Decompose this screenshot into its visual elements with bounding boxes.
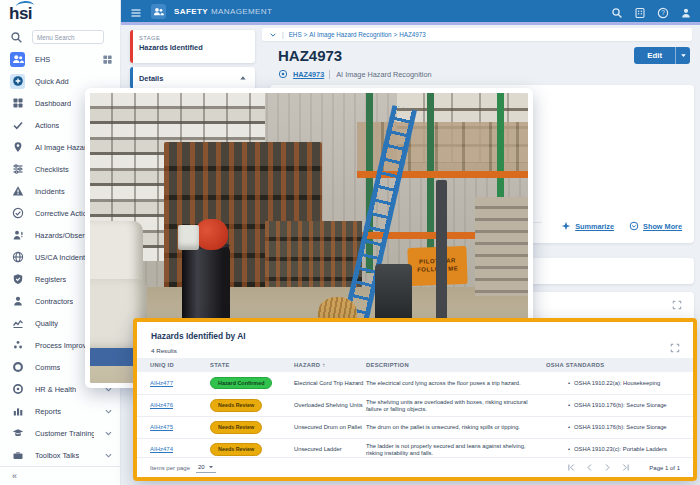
uniq-id-link[interactable]: AIHz475 [150,424,173,430]
state-badge: Hazard Confirmed [210,377,272,389]
uniq-id-link[interactable]: AIHz476 [150,402,173,408]
sidebar-item-label: Checklists [35,165,69,174]
app-title: SAFETYMANAGEMENT [174,7,272,16]
page-indicator: Page 1 of 1 [649,465,680,471]
person-icon [10,294,25,309]
items-per-page-label: Items per page [150,465,190,471]
state-badge: Needs Review [210,421,262,433]
breadcrumb-link[interactable]: EHS [289,31,302,38]
sidebar-collapse-button[interactable]: « [0,466,120,485]
sidebar-item-reports[interactable]: Reports [0,400,120,422]
sidebar-item-label: Dashboard [35,99,71,108]
nav-toggle-icon[interactable] [130,5,142,17]
sidebar-item-label: EHS [35,55,50,64]
description-cell: The electrical cord lying across the flo… [366,380,546,387]
chevron-down-icon [104,429,113,438]
sidebar-item-label: Reports [35,407,61,416]
osha-cell: OSHA 1910.176(b): Secure Storage [546,424,693,431]
table-row: AIHz476Needs ReviewOverloaded Shelving U… [137,394,693,416]
next-page-icon[interactable] [603,463,612,472]
apps-icon[interactable] [634,5,646,17]
edit-button[interactable]: Edit [634,47,675,64]
items-per-page-select[interactable]: 20 [196,463,216,473]
last-page-icon[interactable] [621,463,630,472]
caret-down-icon [208,464,214,470]
dots-icon [10,338,25,353]
expand-icon[interactable] [672,300,682,310]
photo-pipe [436,180,447,331]
column-header[interactable]: UNIQ ID [150,362,210,368]
help-icon[interactable]: ? [657,5,669,17]
search-icon[interactable] [611,5,623,17]
ai-sparkle-icon [561,221,571,231]
sidebar-item-label: HR & Health [35,385,76,394]
panel-title: Hazards Identified by AI [137,322,693,341]
expand-icon[interactable] [670,343,680,353]
checklist-icon [10,162,25,177]
hazard-cell: Unsecured Ladder [294,446,366,453]
table-row: AIHz475Needs ReviewUnsecured Drum on Pal… [137,416,693,438]
breadcrumb: | EHS>AI Image Hazard Recognition>HAZ497… [262,28,692,41]
sidebar-item-customer-training[interactable]: Customer Training [0,422,120,444]
details-blue-bar [130,67,133,89]
prev-page-icon[interactable] [585,463,594,472]
column-header[interactable]: STATE [210,362,294,368]
globe-icon [10,250,25,265]
target-ring-icon [10,382,25,397]
apps-grid-icon[interactable] [102,54,113,65]
chevron-down-icon[interactable] [269,31,277,39]
summarize-button[interactable]: Summarize [561,221,614,231]
paginator: Page 1 of 1 [567,463,680,472]
state-badge: Needs Review [210,443,262,455]
hazards-identified-panel: Hazards Identified by AI 4 Results UNIQ … [133,318,697,481]
bars-icon [10,404,25,419]
grid-icon [10,96,25,111]
show-more-button[interactable]: Show More [629,221,682,231]
description-cell: The ladder is not properly secured and l… [366,443,546,456]
chevron-up-icon[interactable] [239,74,247,82]
photo-red-container [195,219,228,249]
check-icon [10,118,25,133]
warning-icon [10,184,25,199]
edit-dropdown-button[interactable] [675,47,690,64]
user-icon[interactable] [680,5,692,17]
edit-split-button: Edit [634,47,690,64]
column-header[interactable]: HAZARD↑ [294,362,366,368]
record-id-link[interactable]: HAZ4973 [293,70,324,79]
breadcrumb-link[interactable]: AI Image Hazard Recognition [309,31,391,38]
breadcrumb-items: EHS>AI Image Hazard Recognition>HAZ4973 [289,31,426,38]
uniq-id-link[interactable]: AIHz474 [150,446,173,452]
sidebar-item-label: Comms [35,363,60,372]
sidebar-item-label: Registers [35,275,66,284]
stage-red-bar [130,30,133,63]
photo-material-stack [475,197,528,296]
sidebar-item-label: Actions [35,121,59,130]
person-alert-icon [10,228,25,243]
hazard-cell: Overloaded Shelving Units [294,402,366,409]
menu-search-input[interactable] [32,30,104,44]
top-bar: SAFETYMANAGEMENT ? [121,0,700,22]
chevron-down-icon [104,451,113,460]
menu-search-row [0,26,120,48]
sidebar-item-label: Toolbox Talks [35,451,79,460]
table-footer: Items per page 20 Page 1 of 1 [137,457,693,477]
description-cell: The drum on the pallet is unsecured, ris… [366,424,546,431]
column-header[interactable]: OSHA STANDARDS [546,362,693,368]
sidebar-item-ehs[interactable]: EHS [0,48,120,70]
sidebar-item-label: Quality [35,319,58,328]
users-icon [10,52,25,67]
caret-down-icon [680,52,687,59]
photo-white-pail [178,225,200,250]
module-users-icon[interactable] [151,4,166,19]
sidebar-item-toolbox-talks[interactable]: Toolbox Talks [0,444,120,466]
topbar-actions: ? [600,5,700,17]
sidebar-item-label: Incidents [35,187,65,196]
uniq-id-link[interactable]: AIHz477 [150,380,173,386]
state-badge: Needs Review [210,399,262,411]
details-card[interactable]: Details [130,67,255,89]
first-page-icon[interactable] [567,463,576,472]
hsi-logo[interactable]: hsi [0,0,120,26]
breadcrumb-link[interactable]: HAZ4973 [399,31,426,38]
shield-icon [10,272,25,287]
column-header[interactable]: DESCRIPTION [366,362,546,368]
